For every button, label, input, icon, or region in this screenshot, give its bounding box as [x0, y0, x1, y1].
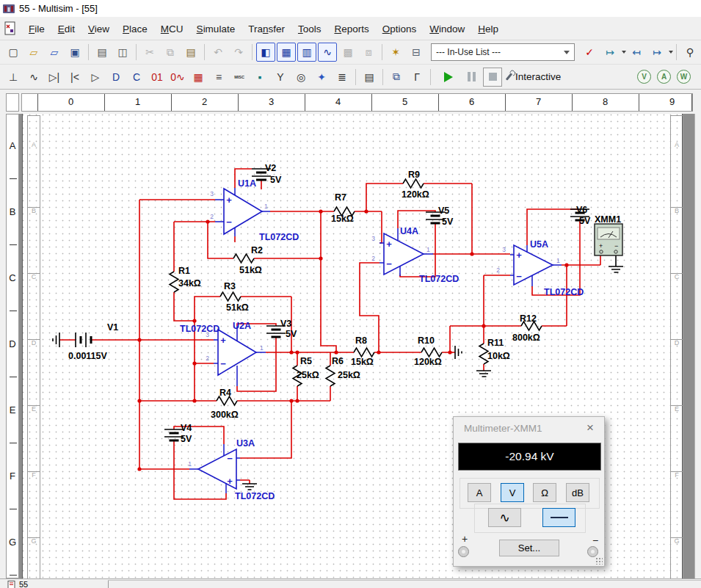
menu-place[interactable]: Place: [116, 20, 154, 38]
ruler-dash: [10, 443, 17, 443]
place-rf-icon[interactable]: Y: [271, 68, 290, 87]
sheet-zone-letter-B: B: [675, 207, 679, 214]
multimeter-dialog-title: Multimeter-XMM1: [464, 423, 542, 434]
menu-reports[interactable]: Reports: [327, 20, 375, 38]
menu-simulate[interactable]: Simulate: [190, 20, 242, 38]
erc-check-icon[interactable]: ✓: [580, 43, 599, 62]
place-bus-icon[interactable]: Γ: [407, 68, 426, 87]
save-icon[interactable]: ▣: [65, 43, 84, 62]
probe-a-button[interactable]: A: [657, 70, 671, 84]
close-icon[interactable]: ×: [582, 420, 598, 436]
menu-mcu[interactable]: MCU: [154, 20, 190, 38]
mode-button-a[interactable]: A: [468, 483, 491, 502]
cut-icon: ✂: [140, 43, 159, 62]
sheet-icon: [7, 581, 15, 588]
open-samples-icon[interactable]: ▱: [45, 43, 64, 62]
place-power-icon[interactable]: ≡: [209, 68, 228, 87]
grapher-icon[interactable]: ∿: [318, 43, 337, 62]
horizontal-ruler: 0123456789: [21, 93, 693, 112]
place-electromech-icon[interactable]: ◎: [291, 68, 310, 87]
place-basic-icon[interactable]: ∿: [24, 68, 43, 87]
mode-button-v[interactable]: V: [501, 483, 524, 502]
interactive-mode-indicator[interactable]: Interactive: [508, 71, 561, 82]
toolbar-separator: [252, 44, 253, 60]
database-manager-icon[interactable]: ⊟: [407, 43, 426, 62]
sheet-zone-letter-A: A: [32, 141, 36, 148]
menu-window[interactable]: Window: [423, 20, 471, 38]
menu-options[interactable]: Options: [376, 20, 424, 38]
new-file-icon[interactable]: ▢: [4, 43, 23, 62]
design-toolbox-icon[interactable]: ◧: [256, 43, 275, 62]
probe-w-button[interactable]: W: [677, 70, 691, 84]
print-preview-icon[interactable]: ◫: [113, 43, 132, 62]
place-ttl-icon[interactable]: D: [106, 68, 126, 87]
dropdown-arrow-icon[interactable]: [669, 51, 673, 54]
dropdown-arrow-icon[interactable]: [622, 51, 626, 54]
back-annotate-icon[interactable]: ↤: [627, 43, 646, 62]
probe-v-button[interactable]: V: [637, 70, 651, 84]
place-indicator-icon[interactable]: ▦: [189, 68, 208, 87]
place-ni-component-icon[interactable]: ✦: [312, 68, 331, 87]
print-icon[interactable]: ▤: [92, 43, 112, 62]
document-icon: [3, 21, 16, 36]
menu-transfer[interactable]: Transfer: [241, 20, 291, 38]
multimeter-dialog[interactable]: Multimeter-XMM1 × -20.94 kV AVΩdB ∿ + − …: [453, 416, 605, 567]
forward-annotate-icon[interactable]: ↦: [647, 43, 667, 62]
undo-icon: ↶: [208, 43, 228, 62]
mode-button-db[interactable]: dB: [566, 483, 589, 502]
set-button[interactable]: Set...: [499, 540, 559, 556]
place-mcu-icon[interactable]: ▤: [360, 68, 379, 87]
menu-file[interactable]: File: [22, 20, 51, 38]
dc-mode-button[interactable]: [542, 508, 575, 527]
in-use-list-dropdown[interactable]: --- In-Use List ---: [431, 43, 575, 61]
spreadsheet-view-icon[interactable]: ▦: [277, 43, 296, 62]
place-cmos-icon[interactable]: C: [127, 68, 146, 87]
ruler-tick: [505, 94, 506, 111]
sheet-zone-divider: [670, 115, 683, 116]
ruler-letter-A: A: [7, 140, 18, 151]
plus-terminal: [458, 546, 469, 557]
run-simulation-button[interactable]: [444, 72, 453, 82]
multimeter-reading: -20.94 kV: [505, 450, 553, 463]
place-analog-icon[interactable]: ▷: [86, 68, 105, 87]
hierarchical-block-icon[interactable]: ⧉: [387, 68, 406, 87]
place-diode-icon[interactable]: ▷|: [45, 68, 64, 87]
ruler-number-1: 1: [135, 96, 140, 107]
place-digital-icon[interactable]: 01: [148, 68, 167, 87]
create-component-icon[interactable]: ✶: [386, 43, 405, 62]
place-misc-icon[interactable]: MISC: [230, 68, 249, 87]
ruler-number-7: 7: [536, 96, 541, 107]
place-transistor-icon[interactable]: |<: [65, 68, 84, 87]
menu-edit[interactable]: Edit: [51, 20, 81, 38]
ruler-number-2: 2: [202, 96, 207, 107]
menu-help[interactable]: Help: [471, 20, 505, 38]
paste-icon[interactable]: ▤: [181, 43, 200, 62]
pause-simulation-button[interactable]: [468, 72, 476, 81]
ruler-tick: [171, 94, 172, 111]
place-peripherals-icon[interactable]: ▪: [250, 68, 269, 87]
ruler-number-6: 6: [469, 96, 474, 107]
sheet-zone-letter-F: F: [675, 471, 679, 479]
place-connector-icon[interactable]: ≣: [333, 68, 352, 87]
ruler-number-5: 5: [402, 96, 407, 107]
ruler-tick: [104, 94, 105, 111]
stop-simulation-button[interactable]: [483, 68, 502, 87]
sheet-tab-55[interactable]: 55: [7, 580, 28, 588]
toolbar-separator: [88, 44, 89, 60]
ac-mode-button[interactable]: ∿: [488, 508, 521, 527]
mode-button-ohm[interactable]: Ω: [533, 483, 556, 502]
vertical-scrollbar[interactable]: [694, 114, 701, 578]
open-file-icon[interactable]: ▱: [24, 43, 43, 62]
menu-tools[interactable]: Tools: [291, 20, 328, 38]
sheet-zone-letter-A: A: [675, 141, 679, 148]
menu-view[interactable]: View: [81, 20, 116, 38]
place-mixed-icon[interactable]: 0∿: [168, 68, 187, 87]
sheet-zone-border: [40, 115, 40, 578]
resize-grip[interactable]: [595, 557, 603, 565]
transfer-ultiboard-icon[interactable]: ↦: [600, 43, 620, 62]
spice-netlist-icon[interactable]: ▥: [297, 43, 316, 62]
place-source-icon[interactable]: ⊥: [4, 68, 23, 87]
find-icon[interactable]: ⚲: [680, 43, 700, 62]
ruler-tick: [371, 94, 372, 111]
minus-terminal: [587, 546, 598, 557]
